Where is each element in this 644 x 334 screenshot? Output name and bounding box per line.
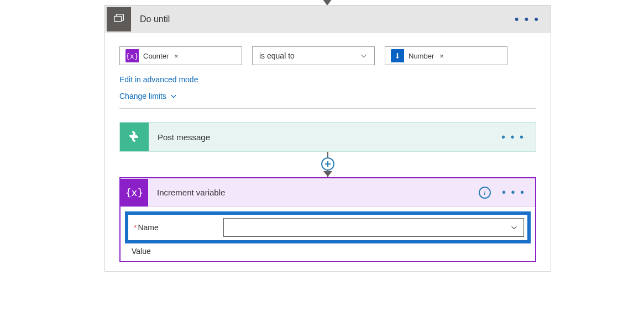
token-label: Counter [139, 52, 173, 60]
slack-icon [120, 123, 149, 151]
divider [119, 108, 536, 109]
svg-rect-1 [114, 17, 122, 22]
post-message-title: Post message [158, 132, 497, 142]
connector [119, 152, 536, 177]
condition-left-input[interactable]: {x} Counter × [119, 46, 242, 65]
chevron-down-icon [510, 224, 518, 231]
do-until-title: Do until [140, 14, 510, 24]
number-input-icon [391, 49, 404, 62]
variable-icon: {x} [121, 179, 148, 206]
operator-label: is equal to [259, 51, 295, 60]
condition-right-input[interactable]: Number × [385, 46, 507, 65]
token-remove-button[interactable]: × [438, 52, 448, 60]
do-until-card: Do until • • • {x} Counter × is equal to [104, 5, 551, 272]
arrow-down-icon [323, 169, 332, 178]
value-field-label: Value [125, 243, 531, 256]
chevron-down-icon [360, 52, 368, 60]
post-message-card[interactable]: Post message • • • [119, 122, 536, 152]
increment-more-button[interactable]: • • • [498, 185, 530, 200]
increment-variable-card: {x} Increment variable i • • • *Name [119, 177, 536, 262]
condition-operator-select[interactable]: is equal to [252, 46, 375, 65]
name-field-row: *Name [125, 211, 531, 243]
token-counter: {x} Counter × [125, 49, 183, 62]
required-mark: * [134, 223, 137, 232]
increment-title: Increment variable [157, 188, 479, 197]
info-icon[interactable]: i [479, 187, 491, 199]
variable-icon: {x} [125, 49, 139, 62]
add-action-button[interactable] [321, 157, 334, 171]
do-until-more-button[interactable]: • • • [510, 11, 544, 28]
do-until-icon [107, 7, 131, 31]
do-until-header[interactable]: Do until • • • [105, 6, 551, 33]
chevron-down-icon [170, 92, 177, 100]
name-field-select[interactable] [223, 218, 524, 237]
edit-advanced-mode-link[interactable]: Edit in advanced mode [119, 75, 198, 84]
post-message-more-button[interactable]: • • • [497, 130, 529, 145]
increment-variable-header[interactable]: {x} Increment variable i • • • [121, 178, 535, 207]
token-remove-button[interactable]: × [173, 52, 183, 60]
svg-marker-4 [323, 171, 332, 177]
token-label: Number [404, 52, 438, 60]
name-field-label: *Name [132, 223, 223, 232]
change-limits-link[interactable]: Change limits [119, 92, 177, 100]
change-limits-label: Change limits [119, 92, 166, 100]
token-number: Number × [391, 49, 448, 62]
condition-row: {x} Counter × is equal to Number [119, 46, 536, 65]
